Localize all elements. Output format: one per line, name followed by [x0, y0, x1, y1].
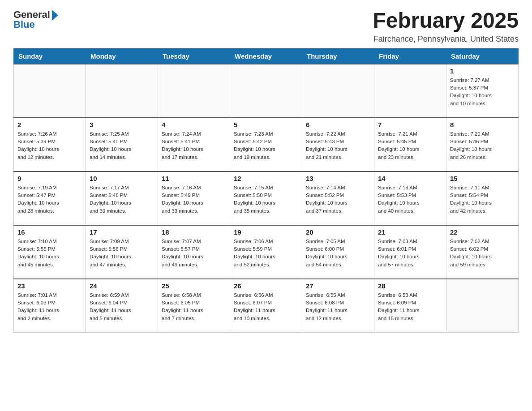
- col-friday: Friday: [374, 48, 446, 64]
- day-number: 15: [450, 175, 515, 182]
- day-number: 23: [17, 282, 82, 290]
- day-info: Sunrise: 7:05 AMSunset: 6:00 PMDaylight:…: [306, 238, 370, 269]
- day-number: 4: [162, 121, 226, 128]
- day-info: Sunrise: 7:20 AMSunset: 5:46 PMDaylight:…: [450, 130, 515, 161]
- day-number: 28: [378, 282, 442, 290]
- day-info: Sunrise: 6:55 AMSunset: 6:08 PMDaylight:…: [306, 291, 370, 322]
- day-info: Sunrise: 7:16 AMSunset: 5:49 PMDaylight:…: [162, 184, 226, 215]
- table-row: 6Sunrise: 7:22 AMSunset: 5:43 PMDaylight…: [302, 118, 374, 171]
- table-row: 9Sunrise: 7:19 AMSunset: 5:47 PMDaylight…: [14, 171, 86, 225]
- day-number: 1: [450, 67, 515, 75]
- table-row: 23Sunrise: 7:01 AMSunset: 6:03 PMDayligh…: [14, 279, 86, 333]
- day-number: 19: [234, 228, 298, 236]
- day-info: Sunrise: 7:10 AMSunset: 5:55 PMDaylight:…: [17, 238, 82, 269]
- table-row: 15Sunrise: 7:11 AMSunset: 5:54 PMDayligh…: [446, 171, 519, 225]
- logo-blue-text: Blue: [13, 19, 35, 30]
- table-row: 24Sunrise: 6:59 AMSunset: 6:04 PMDayligh…: [86, 279, 158, 333]
- table-row: 28Sunrise: 6:53 AMSunset: 6:09 PMDayligh…: [374, 279, 446, 333]
- table-row: 25Sunrise: 6:58 AMSunset: 6:05 PMDayligh…: [158, 279, 230, 333]
- day-info: Sunrise: 7:21 AMSunset: 5:45 PMDaylight:…: [378, 130, 442, 161]
- table-row: 5Sunrise: 7:23 AMSunset: 5:42 PMDaylight…: [230, 118, 302, 171]
- table-row: 21Sunrise: 7:03 AMSunset: 6:01 PMDayligh…: [374, 225, 446, 279]
- table-row: [14, 64, 86, 118]
- table-row: [158, 64, 230, 118]
- logo-arrow-icon: [52, 10, 58, 21]
- day-number: 3: [90, 121, 154, 128]
- day-info: Sunrise: 7:07 AMSunset: 5:57 PMDaylight:…: [162, 238, 226, 269]
- table-row: 17Sunrise: 7:09 AMSunset: 5:56 PMDayligh…: [86, 225, 158, 279]
- table-row: 22Sunrise: 7:02 AMSunset: 6:02 PMDayligh…: [446, 225, 519, 279]
- day-number: 26: [234, 282, 298, 290]
- day-info: Sunrise: 7:25 AMSunset: 5:40 PMDaylight:…: [90, 130, 154, 161]
- table-row: [86, 64, 158, 118]
- day-number: 24: [90, 282, 154, 290]
- table-row: 8Sunrise: 7:20 AMSunset: 5:46 PMDaylight…: [446, 118, 519, 171]
- logo: General Blue: [13, 9, 58, 30]
- table-row: 1Sunrise: 7:27 AMSunset: 5:37 PMDaylight…: [446, 64, 519, 118]
- day-info: Sunrise: 7:19 AMSunset: 5:47 PMDaylight:…: [17, 184, 82, 215]
- day-number: 6: [306, 121, 370, 128]
- col-wednesday: Wednesday: [230, 48, 302, 64]
- day-info: Sunrise: 7:01 AMSunset: 6:03 PMDaylight:…: [17, 291, 82, 322]
- day-number: 21: [378, 228, 442, 236]
- table-row: [446, 279, 519, 333]
- table-row: 14Sunrise: 7:13 AMSunset: 5:53 PMDayligh…: [374, 171, 446, 225]
- day-number: 22: [450, 228, 515, 236]
- day-info: Sunrise: 6:56 AMSunset: 6:07 PMDaylight:…: [234, 291, 298, 322]
- table-row: 20Sunrise: 7:05 AMSunset: 6:00 PMDayligh…: [302, 225, 374, 279]
- table-row: 16Sunrise: 7:10 AMSunset: 5:55 PMDayligh…: [14, 225, 86, 279]
- col-monday: Monday: [86, 48, 158, 64]
- day-info: Sunrise: 6:58 AMSunset: 6:05 PMDaylight:…: [162, 291, 226, 322]
- day-info: Sunrise: 7:17 AMSunset: 5:48 PMDaylight:…: [90, 184, 154, 215]
- calendar-week-row: 9Sunrise: 7:19 AMSunset: 5:47 PMDaylight…: [14, 171, 519, 225]
- calendar-week-row: 2Sunrise: 7:26 AMSunset: 5:39 PMDaylight…: [14, 118, 519, 171]
- table-row: 19Sunrise: 7:06 AMSunset: 5:59 PMDayligh…: [230, 225, 302, 279]
- page-header: General Blue February 2025 Fairchance, P…: [13, 9, 519, 44]
- day-info: Sunrise: 7:26 AMSunset: 5:39 PMDaylight:…: [17, 130, 82, 161]
- day-number: 9: [17, 175, 82, 182]
- col-tuesday: Tuesday: [158, 48, 230, 64]
- table-row: [374, 64, 446, 118]
- day-info: Sunrise: 7:15 AMSunset: 5:50 PMDaylight:…: [234, 184, 298, 215]
- calendar-week-row: 1Sunrise: 7:27 AMSunset: 5:37 PMDaylight…: [14, 64, 519, 118]
- month-title: February 2025: [373, 9, 519, 33]
- day-number: 16: [17, 228, 82, 236]
- day-number: 10: [90, 175, 154, 182]
- table-row: 18Sunrise: 7:07 AMSunset: 5:57 PMDayligh…: [158, 225, 230, 279]
- day-info: Sunrise: 7:22 AMSunset: 5:43 PMDaylight:…: [306, 130, 370, 161]
- day-info: Sunrise: 7:09 AMSunset: 5:56 PMDaylight:…: [90, 238, 154, 269]
- day-info: Sunrise: 7:03 AMSunset: 6:01 PMDaylight:…: [378, 238, 442, 269]
- col-thursday: Thursday: [302, 48, 374, 64]
- day-info: Sunrise: 7:14 AMSunset: 5:52 PMDaylight:…: [306, 184, 370, 215]
- day-info: Sunrise: 7:06 AMSunset: 5:59 PMDaylight:…: [234, 238, 298, 269]
- table-row: 2Sunrise: 7:26 AMSunset: 5:39 PMDaylight…: [14, 118, 86, 171]
- day-number: 27: [306, 282, 370, 290]
- day-number: 8: [450, 121, 515, 128]
- location: Fairchance, Pennsylvania, United States: [373, 34, 519, 44]
- col-saturday: Saturday: [446, 48, 519, 64]
- col-sunday: Sunday: [14, 48, 86, 64]
- table-row: 12Sunrise: 7:15 AMSunset: 5:50 PMDayligh…: [230, 171, 302, 225]
- day-number: 11: [162, 175, 226, 182]
- day-info: Sunrise: 7:24 AMSunset: 5:41 PMDaylight:…: [162, 130, 226, 161]
- day-number: 18: [162, 228, 226, 236]
- table-row: 3Sunrise: 7:25 AMSunset: 5:40 PMDaylight…: [86, 118, 158, 171]
- day-info: Sunrise: 7:02 AMSunset: 6:02 PMDaylight:…: [450, 238, 515, 269]
- table-row: 7Sunrise: 7:21 AMSunset: 5:45 PMDaylight…: [374, 118, 446, 171]
- day-number: 20: [306, 228, 370, 236]
- table-row: 26Sunrise: 6:56 AMSunset: 6:07 PMDayligh…: [230, 279, 302, 333]
- day-info: Sunrise: 7:23 AMSunset: 5:42 PMDaylight:…: [234, 130, 298, 161]
- calendar-table: Sunday Monday Tuesday Wednesday Thursday…: [13, 48, 519, 333]
- day-info: Sunrise: 6:53 AMSunset: 6:09 PMDaylight:…: [378, 291, 442, 322]
- day-number: 12: [234, 175, 298, 182]
- day-info: Sunrise: 6:59 AMSunset: 6:04 PMDaylight:…: [90, 291, 154, 322]
- day-number: 17: [90, 228, 154, 236]
- day-number: 2: [17, 121, 82, 128]
- day-info: Sunrise: 7:27 AMSunset: 5:37 PMDaylight:…: [450, 77, 515, 107]
- calendar-week-row: 16Sunrise: 7:10 AMSunset: 5:55 PMDayligh…: [14, 225, 519, 279]
- day-info: Sunrise: 7:11 AMSunset: 5:54 PMDaylight:…: [450, 184, 515, 215]
- table-row: [230, 64, 302, 118]
- title-section: February 2025 Fairchance, Pennsylvania, …: [373, 9, 519, 44]
- calendar-header-row: Sunday Monday Tuesday Wednesday Thursday…: [14, 48, 519, 64]
- day-info: Sunrise: 7:13 AMSunset: 5:53 PMDaylight:…: [378, 184, 442, 215]
